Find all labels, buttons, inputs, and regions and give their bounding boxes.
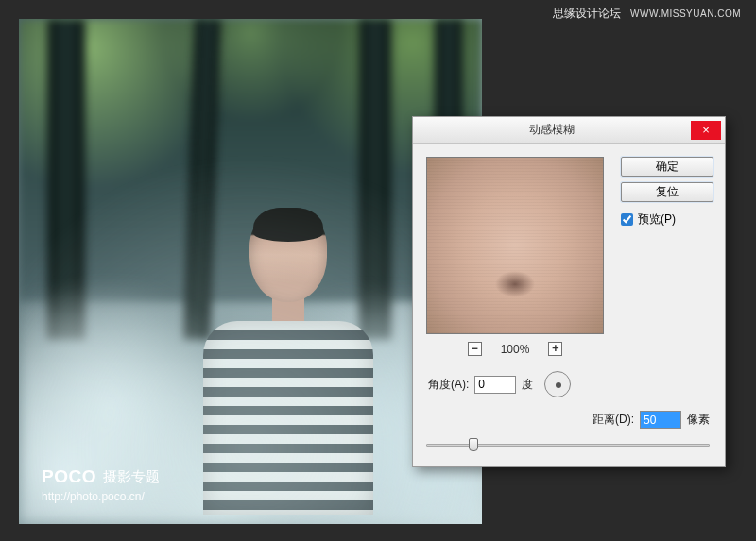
forum-url: WWW.MISSYUAN.COM [630,8,741,19]
angle-label: 角度(A): [428,377,469,393]
zoom-in-button[interactable]: + [548,342,562,356]
plus-icon: + [552,344,558,354]
dialog-title: 动感模糊 [413,122,691,138]
distance-input[interactable] [640,411,681,429]
preview-section: − 100% + [426,157,604,356]
minus-icon: − [472,344,478,354]
dialog-titlebar[interactable]: 动感模糊 × [413,117,725,144]
angle-unit: 度 [522,377,533,393]
distance-slider[interactable] [426,436,710,453]
preview-checkbox[interactable] [621,213,633,226]
poco-logo: POCO [42,466,96,486]
poco-subtitle: 摄影专题 [103,468,160,484]
param-controls: 角度(A): 度 距离(D): 像素 [426,371,710,453]
ok-button-label: 确定 [656,159,679,175]
distance-unit: 像素 [687,412,710,428]
preview-image[interactable] [426,157,604,334]
preview-checkbox-label: 预览(P) [638,211,676,228]
missyuan-watermark: 思缘设计论坛 WWW.MISSYUAN.COM [553,6,741,22]
reset-button[interactable]: 复位 [621,182,713,202]
slider-thumb[interactable] [469,438,478,451]
preview-checkbox-row[interactable]: 预览(P) [621,211,713,228]
angle-row: 角度(A): 度 [426,371,710,397]
motion-blur-dialog: 动感模糊 × − 100% + 确定 复位 [412,116,726,467]
forum-name: 思缘设计论坛 [553,6,621,22]
zoom-controls: − 100% + [426,342,604,356]
close-icon: × [702,123,710,138]
zoom-out-button[interactable]: − [468,342,482,356]
reset-button-label: 复位 [656,184,679,200]
poco-watermark: POCO 摄影专题 http://photo.poco.cn/ [42,466,160,503]
close-button[interactable]: × [691,121,721,140]
poco-url: http://photo.poco.cn/ [42,490,160,503]
angle-dial[interactable] [544,371,571,397]
dialog-right-column: 确定 复位 预览(P) [621,157,713,228]
distance-label: 距离(D): [593,412,634,428]
angle-input[interactable] [474,376,516,394]
dialog-body: − 100% + 确定 复位 预览(P) 角度(A): [413,144,725,466]
zoom-value: 100% [501,343,530,356]
distance-row: 距离(D): 像素 [426,411,710,429]
ok-button[interactable]: 确定 [621,157,713,177]
